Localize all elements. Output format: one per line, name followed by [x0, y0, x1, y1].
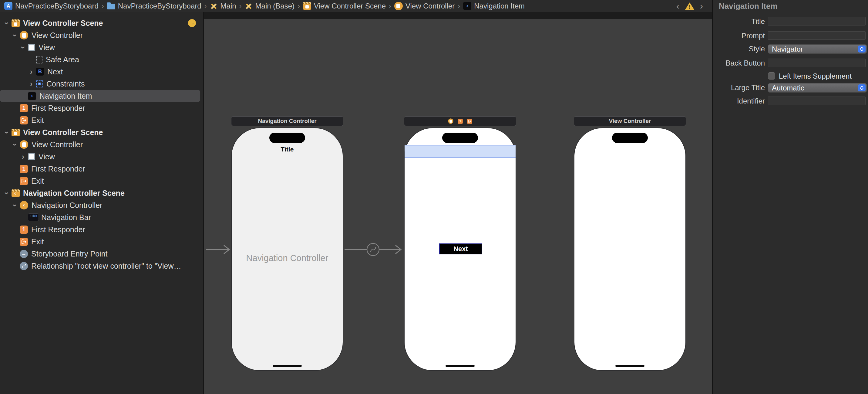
breadcrumb-main-base[interactable]: Main (Base)	[245, 2, 294, 10]
breadcrumb-separator: ›	[239, 2, 242, 10]
breadcrumb-label: View Controller	[405, 2, 455, 10]
sidebar-item-constraints[interactable]: › Constraints	[0, 78, 203, 90]
sidebar-item-view-2[interactable]: › View	[0, 150, 203, 163]
exit-icon	[20, 116, 28, 124]
first-responder-icon[interactable]	[458, 119, 463, 124]
breadcrumb-label: Navigation Item	[474, 2, 525, 10]
dynamic-island	[442, 133, 478, 143]
back-button-input[interactable]	[768, 59, 866, 67]
sidebar-item-exit[interactable]: › Exit	[0, 114, 203, 126]
warning-triangle-icon[interactable]	[685, 2, 694, 10]
left-items-supplement-label: Left Items Supplement	[779, 72, 851, 80]
disclosure-icon[interactable]: ›	[11, 201, 20, 209]
sidebar-item-navigation-bar[interactable]: › Navigation Bar	[0, 211, 203, 223]
storyboard-canvas[interactable]: Navigation Controller Title Navigation C…	[204, 12, 712, 394]
breadcrumb-separator: ›	[298, 2, 300, 10]
home-indicator	[273, 365, 302, 367]
sidebar-item-relationship[interactable]: › Relationship "root view controller" to…	[0, 260, 203, 272]
storyboard-icon	[245, 2, 253, 10]
disclosure-icon[interactable]: ›	[19, 152, 27, 161]
disclosure-icon[interactable]: ›	[27, 80, 35, 88]
sidebar-item-label: Navigation Controller Scene	[23, 189, 125, 198]
sidebar-item-navigation-item[interactable]: › Navigation Item	[0, 90, 200, 102]
navigation-controller-scene-icon	[11, 190, 20, 197]
sidebar-item-label: View Controller	[32, 31, 83, 40]
sidebar-item-view-controller[interactable]: › View Controller	[0, 29, 203, 41]
disclosure-icon[interactable]: ›	[2, 189, 11, 197]
sidebar-item-first-responder[interactable]: › First Responder	[0, 102, 203, 114]
sidebar-item-label: Navigation Controller	[32, 201, 102, 210]
disclosure-icon[interactable]: ›	[11, 31, 20, 39]
identifier-input[interactable]	[768, 96, 866, 105]
first-responder-icon	[20, 165, 28, 173]
sidebar-item-navigation-controller[interactable]: › Navigation Controller	[0, 199, 203, 211]
sidebar-item-next-button[interactable]: › Next	[0, 65, 203, 78]
sidebar-item-label: Constraints	[46, 80, 85, 88]
breadcrumb-project[interactable]: NavPracticeByStoryboard	[4, 2, 99, 10]
sidebar-item-exit-2[interactable]: › Exit	[0, 175, 203, 187]
breadcrumb-navigation-item[interactable]: Navigation Item	[463, 2, 525, 10]
title-field-label: Title	[717, 17, 765, 26]
sidebar-item-storyboard-entry-point[interactable]: › Storyboard Entry Point	[0, 248, 203, 260]
sidebar-item-view-controller-scene[interactable]: › View Controller Scene	[0, 17, 203, 29]
breadcrumb-main[interactable]: Main	[210, 2, 236, 10]
style-popup[interactable]: Navigator	[768, 44, 867, 54]
back-chevron-icon[interactable]: ‹	[676, 1, 679, 10]
device-header-navigation-controller[interactable]: Navigation Controller	[231, 116, 343, 126]
selected-navigation-bar[interactable]	[405, 145, 516, 158]
disclosure-icon[interactable]: ›	[2, 128, 11, 137]
sidebar-item-first-responder-2[interactable]: › First Responder	[0, 163, 203, 175]
storyboard-icon	[210, 2, 218, 10]
disclosure-icon[interactable]: ›	[27, 67, 35, 76]
scene-icon	[11, 20, 20, 27]
device-view-controller-1[interactable]: Next	[404, 128, 516, 371]
sidebar-item-label: View	[38, 152, 55, 161]
dynamic-island	[269, 133, 305, 143]
sidebar-item-view-controller-scene-2[interactable]: › View Controller Scene	[0, 126, 203, 138]
sidebar-item-label: Exit	[31, 116, 44, 125]
sidebar-item-view-controller-2[interactable]: › View Controller	[0, 138, 203, 150]
forward-chevron-icon[interactable]: ›	[700, 1, 703, 10]
disclosure-icon[interactable]: ›	[11, 140, 20, 149]
exit-icon	[20, 177, 28, 185]
device-header-view-controller-selected[interactable]	[404, 116, 516, 126]
sidebar-item-navigation-controller-scene[interactable]: › Navigation Controller Scene	[0, 187, 203, 199]
sidebar-item-label: Relationship "root view controller" to "…	[31, 262, 181, 271]
sidebar-item-view[interactable]: › View	[0, 41, 203, 53]
prompt-input[interactable]	[768, 31, 866, 40]
sidebar-item-exit-3[interactable]: › Exit	[0, 235, 203, 248]
exit-icon[interactable]	[467, 119, 472, 124]
sidebar-item-first-responder-3[interactable]: › First Responder	[0, 223, 203, 235]
relationship-icon	[20, 262, 28, 270]
first-responder-icon	[20, 104, 28, 112]
next-button[interactable]: Next	[439, 244, 482, 254]
breadcrumb-folder[interactable]: NavPracticeByStoryboard	[107, 2, 202, 10]
home-indicator	[615, 365, 645, 367]
relationship-segue-arrow[interactable]	[344, 244, 401, 256]
document-outline: › View Controller Scene › View Controlle…	[0, 12, 204, 394]
go-to-scene-arrow-icon[interactable]	[188, 19, 196, 27]
entry-point-arrow[interactable]	[206, 245, 229, 254]
disclosure-icon[interactable]: ›	[19, 43, 28, 52]
left-items-supplement-checkbox[interactable]	[768, 72, 775, 80]
large-title-popup-value: Automatic	[772, 84, 804, 92]
device-view-controller-2[interactable]	[574, 128, 686, 371]
sidebar-item-safe-area[interactable]: › Safe Area	[0, 53, 203, 65]
breadcrumb-label: NavPracticeByStoryboard	[118, 2, 202, 10]
view-controller-icon[interactable]	[448, 118, 453, 123]
sidebar-item-label: View	[38, 43, 55, 52]
sidebar-item-label: Navigation Bar	[41, 213, 91, 222]
scene-icon	[303, 2, 311, 10]
style-field-label: Style	[717, 44, 765, 53]
nav-bar-title[interactable]: Title	[232, 146, 343, 153]
breadcrumb-scene[interactable]: View Controller Scene	[303, 2, 386, 10]
disclosure-icon[interactable]: ›	[2, 19, 11, 27]
breadcrumb-view-controller[interactable]: View Controller	[394, 2, 455, 10]
view-icon	[28, 44, 35, 51]
device-header-view-controller[interactable]: View Controller	[574, 116, 686, 126]
device-navigation-controller[interactable]: Title Navigation Controller	[231, 128, 343, 371]
navigation-bar-icon	[28, 214, 39, 221]
breadcrumb-label: Main (Base)	[255, 2, 294, 10]
large-title-popup[interactable]: Automatic	[768, 83, 867, 92]
title-input[interactable]	[768, 17, 866, 26]
